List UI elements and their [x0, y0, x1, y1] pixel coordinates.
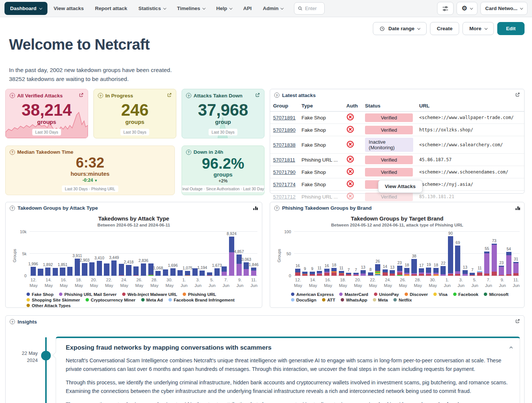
card-network-selector[interactable]: Card Netwo...	[480, 2, 528, 15]
legend-item[interactable]: Meta Ad	[141, 298, 163, 302]
nav-dashboard-button[interactable]: Dashboard	[4, 2, 47, 15]
legend-item[interactable]: Microsoft	[484, 292, 508, 297]
external-link-icon[interactable]	[255, 93, 260, 99]
group-link[interactable]: 57071790	[273, 169, 296, 175]
bar[interactable]: 11	[316, 232, 323, 276]
bar[interactable]: 4,857	[235, 232, 243, 276]
group-link[interactable]: 57071712	[273, 194, 296, 200]
bar[interactable]	[220, 232, 228, 276]
help-icon[interactable]	[186, 150, 191, 155]
bar[interactable]: 16	[323, 232, 330, 276]
bar[interactable]: 8	[367, 232, 374, 276]
help-icon[interactable]	[10, 319, 15, 324]
create-button[interactable]: Create	[430, 22, 459, 35]
help-icon[interactable]	[98, 93, 103, 98]
group-link[interactable]: 57071811	[273, 157, 295, 163]
bar[interactable]	[103, 232, 111, 276]
bar-chart-icon[interactable]	[516, 206, 520, 210]
legend-item[interactable]: Shopping Site Skimmer	[27, 298, 80, 302]
legend-item[interactable]: Facebook	[453, 292, 479, 297]
help-icon[interactable]	[10, 93, 15, 98]
nav-item-help[interactable]: Help	[211, 2, 238, 15]
bar[interactable]: 1,851	[59, 232, 66, 276]
bar[interactable]	[52, 232, 59, 276]
bar[interactable]: 1,068	[154, 232, 162, 276]
bar[interactable]: 23	[498, 232, 505, 276]
legend-item[interactable]: UnionPay	[374, 292, 399, 297]
bar[interactable]: 31	[513, 232, 520, 276]
legend-item[interactable]: Other Attack Types	[27, 303, 71, 308]
legend-item[interactable]: Discover	[405, 292, 428, 297]
nav-item-statistics[interactable]: Statistics	[133, 2, 171, 15]
help-icon[interactable]	[274, 93, 279, 98]
legend-item[interactable]: Web-Inject Malware URL	[122, 292, 177, 297]
bar[interactable]: 19	[425, 232, 432, 276]
legend-item[interactable]: Fake Shop	[27, 292, 53, 297]
nav-item-report-attack[interactable]: Report attack	[89, 2, 133, 15]
bar[interactable]	[162, 232, 169, 276]
bar[interactable]: 1,075	[184, 232, 191, 276]
collapse-chevron-up-icon[interactable]	[510, 344, 512, 351]
legend-item[interactable]: MasterCard	[339, 292, 368, 297]
bar[interactable]: 1,846	[250, 232, 257, 276]
bar[interactable]: 1,892	[44, 232, 52, 276]
bar[interactable]: 1,996	[30, 232, 37, 276]
legend-item[interactable]: Visa	[433, 292, 447, 297]
edit-button[interactable]: Edit	[497, 22, 525, 35]
bar[interactable]: 1,673	[213, 232, 221, 276]
bar[interactable]: 13	[389, 232, 396, 276]
bar[interactable]: 3,911	[74, 232, 81, 276]
bar[interactable]: 2,903	[81, 232, 89, 276]
view-attacks-button[interactable]: View Attacks	[378, 180, 423, 193]
bar[interactable]: 2,418	[125, 232, 133, 276]
external-link-icon[interactable]	[167, 93, 172, 99]
group-link[interactable]: 57071774	[273, 182, 296, 187]
bar-chart-icon[interactable]	[253, 206, 258, 210]
bar[interactable]: 54	[505, 232, 512, 276]
bar[interactable]: 1,194	[198, 232, 206, 276]
legend-item[interactable]: Phishing URL	[183, 292, 216, 297]
bar[interactable]: 8,924	[228, 232, 235, 276]
bar[interactable]: 1,696	[169, 232, 177, 276]
group-link[interactable]: 57071838	[273, 142, 296, 148]
bar[interactable]	[37, 232, 44, 276]
bar[interactable]: 2,836	[140, 232, 147, 276]
bar[interactable]: 17	[418, 232, 425, 276]
bar[interactable]: 90	[447, 232, 454, 276]
help-icon[interactable]	[186, 93, 191, 98]
bar[interactable]	[88, 232, 96, 276]
bar[interactable]: 26	[374, 232, 381, 276]
group-link[interactable]: 57071890	[273, 127, 296, 133]
legend-item[interactable]: DocuSign	[291, 298, 316, 302]
legend-item[interactable]: Meta	[373, 298, 388, 302]
bar[interactable]: 18	[432, 232, 439, 276]
external-link-icon[interactable]	[515, 319, 520, 325]
card-delta[interactable]: -0:24 ▼	[10, 178, 170, 183]
bar[interactable]: 38	[411, 232, 418, 276]
group-link[interactable]: 57071891	[273, 115, 296, 121]
nav-item-api[interactable]: API	[238, 2, 257, 15]
external-link-icon[interactable]	[79, 93, 84, 99]
filter-sliders-button[interactable]	[437, 2, 454, 15]
bar[interactable]: 11	[476, 232, 483, 276]
nav-item-view-attacks[interactable]: View attacks	[48, 2, 90, 15]
settings-button[interactable]	[457, 2, 477, 15]
legend-item[interactable]: Phishing URL Mail Server	[59, 292, 117, 297]
more-button[interactable]: More	[463, 22, 494, 35]
external-link-icon[interactable]	[515, 92, 520, 98]
bar[interactable]	[206, 232, 213, 276]
bar[interactable]: 22	[440, 232, 447, 276]
bar[interactable]: 3,410	[96, 232, 103, 276]
nav-item-timelines[interactable]: Timelines	[171, 2, 211, 15]
nav-item-admin[interactable]: Admin	[257, 2, 289, 15]
bar[interactable]: 3,449	[110, 232, 118, 276]
legend-item[interactable]: ATT	[322, 298, 335, 302]
bar[interactable]	[118, 232, 125, 276]
legend-item[interactable]: Netflix	[393, 298, 412, 302]
help-icon[interactable]	[10, 206, 15, 211]
legend-item[interactable]: WhatsApp	[341, 298, 367, 302]
bar[interactable]	[132, 232, 140, 276]
help-icon[interactable]	[10, 150, 15, 155]
date-range-button[interactable]: Date range	[373, 22, 427, 35]
legend-item[interactable]: Facebook Brand Infringement	[168, 298, 235, 302]
